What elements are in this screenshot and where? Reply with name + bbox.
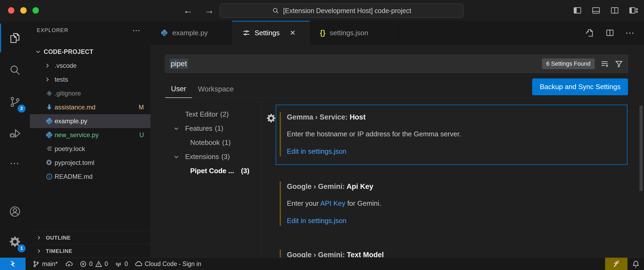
accounts-icon[interactable] [0,197,30,227]
toc-pipet-code[interactable]: Pipet Code ... (3) [150,164,261,178]
tree-item-gitignore[interactable]: .gitignore [30,86,150,100]
toc-features[interactable]: Features (1) [150,121,261,136]
tree-root[interactable]: CODE-PROJECT [30,45,150,59]
toc-extensions[interactable]: Extensions (3) [150,150,261,164]
zoom-window-button[interactable] [32,7,39,14]
setting-google-gemini-text-model[interactable]: Google › Gemini: Text Model [276,242,627,258]
backup-sync-button[interactable]: Backup and Sync Settings [532,78,628,95]
spark-slash-icon [612,260,621,268]
tree-item-example-py[interactable]: example.py [30,114,150,128]
tree-item-vscode[interactable]: .vscode [30,59,150,73]
activity-bar: 2 ⋯ 1 [0,21,30,258]
timeline-section[interactable]: TIMELINE [30,244,150,258]
toggle-panel-icon[interactable] [591,6,601,15]
markdown-file-icon [46,104,53,111]
python-file-icon [46,131,53,139]
git-file-icon [46,90,53,97]
settings-body: Text Editor (2) Features (1) Notebook (1… [150,101,644,258]
minimize-window-button[interactable] [20,7,27,14]
toml-gear-icon [46,159,52,166]
tab-settings[interactable]: Settings ✕ [232,21,310,45]
settings-toc: Text Editor (2) Features (1) Notebook (1… [150,101,261,258]
scope-tab-user[interactable]: User [165,85,192,98]
customize-layout-icon[interactable] [629,6,638,15]
toggle-primary-sidebar-icon[interactable] [573,6,582,15]
settings-scrollbar[interactable] [639,106,643,191]
explorer-more-icon[interactable]: ⋯ [132,26,141,35]
tree-item-new-service-py[interactable]: new_service.py U [30,128,150,142]
copilot-disabled-item[interactable] [605,258,627,270]
more-views-icon[interactable]: ⋯ [0,148,30,178]
source-control-activity-icon[interactable]: 2 [0,87,30,117]
modified-indicator [280,250,281,258]
editor-tab-bar: example.py Settings ✕ {} settings.json ⋯ [150,21,644,45]
scm-badge: 2 [18,105,26,113]
settings-search-input[interactable]: pipet 6 Settings Found [165,55,628,73]
scope-tab-workspace[interactable]: Workspace [192,85,240,98]
settings-editor: pipet 6 Settings Found User Workspace Ba… [150,45,644,258]
modified-indicator [280,181,281,226]
setting-description: Enter the hostname or IP address for the… [287,129,621,138]
error-icon [80,260,87,268]
setting-google-gemini-api-key[interactable]: Google › Gemini: Api Key Enter your API … [276,174,627,234]
file-tree: CODE-PROJECT .vscode tests .gitignore [30,45,150,184]
command-center[interactable]: [Extension Development Host] code-projec… [220,3,463,18]
outline-section[interactable]: OUTLINE [30,231,150,244]
git-status-badge: M [139,104,144,111]
git-branch-icon [32,260,40,268]
api-key-link[interactable]: API Key [320,199,345,207]
results-count-badge: 6 Settings Found [542,58,595,69]
branch-status-item[interactable]: main* [32,260,73,268]
tree-item-readme-md[interactable]: README.md [30,170,150,184]
back-icon[interactable]: ← [183,5,193,16]
tree-item-pyproject-toml[interactable]: pyproject.toml [30,156,150,170]
remote-indicator[interactable] [0,258,26,270]
chevron-right-icon [44,76,51,83]
chevron-down-icon [35,48,42,55]
git-status-badge: U [139,132,144,139]
search-activity-icon[interactable] [0,55,30,85]
notifications-item[interactable] [627,258,644,270]
modified-indicator [280,112,281,156]
close-window-button[interactable] [8,7,14,14]
open-settings-json-icon[interactable] [585,28,594,38]
toggle-secondary-sidebar-icon[interactable] [610,6,619,15]
tree-item-tests[interactable]: tests [30,73,150,86]
status-bar: main* 0 0 0 [0,257,644,270]
toc-text-editor[interactable]: Text Editor (2) [150,107,261,121]
vscode-window: ← → [Extension Development Host] code-pr… [0,0,644,270]
close-tab-icon[interactable]: ✕ [290,29,296,37]
setting-gemma-service-host[interactable]: Gemma › Service: Host Enter the hostname… [276,105,627,165]
setting-title: Gemma › Service: Host [287,113,621,122]
explorer-activity-icon[interactable] [0,23,30,53]
problems-status-item[interactable]: 0 0 [80,260,108,268]
tab-settings-json[interactable]: {} settings.json [310,21,394,45]
run-debug-activity-icon[interactable] [0,118,30,148]
settings-search-value: pipet [170,59,188,69]
settings-list: Gemma › Service: Host Enter the hostname… [261,101,644,258]
chevron-down-icon [173,125,180,132]
split-editor-icon[interactable] [605,28,615,38]
edit-in-settings-json-link[interactable]: Edit in settings.json [287,216,621,225]
explorer-sidebar: EXPLORER ⋯ CODE-PROJECT .vscode tests [30,21,151,258]
cloud-icon [135,260,142,268]
toc-notebook[interactable]: Notebook (1) [150,136,261,150]
setting-title: Google › Gemini: Text Model [287,250,621,258]
tab-example-py[interactable]: example.py [150,21,232,45]
window-controls [8,7,39,14]
chevron-right-icon [36,248,42,254]
publish-changes-icon[interactable] [65,260,73,268]
tree-item-assistance-md[interactable]: assistance.md M [30,100,150,114]
cloud-code-status-item[interactable]: Cloud Code - Sign in [135,260,201,268]
clear-search-results-icon[interactable] [600,59,609,68]
forward-icon[interactable]: → [205,5,214,16]
bell-icon [632,260,640,268]
python-file-icon [46,117,53,125]
tree-item-poetry-lock[interactable]: poetry.lock [30,142,150,156]
chevron-down-icon [173,153,180,160]
settings-gear-icon[interactable]: 1 [0,227,30,257]
filter-icon[interactable] [614,59,623,68]
edit-in-settings-json-link[interactable]: Edit in settings.json [287,147,621,156]
ports-status-item[interactable]: 0 [115,260,128,268]
editor-more-actions-icon[interactable]: ⋯ [625,27,635,38]
